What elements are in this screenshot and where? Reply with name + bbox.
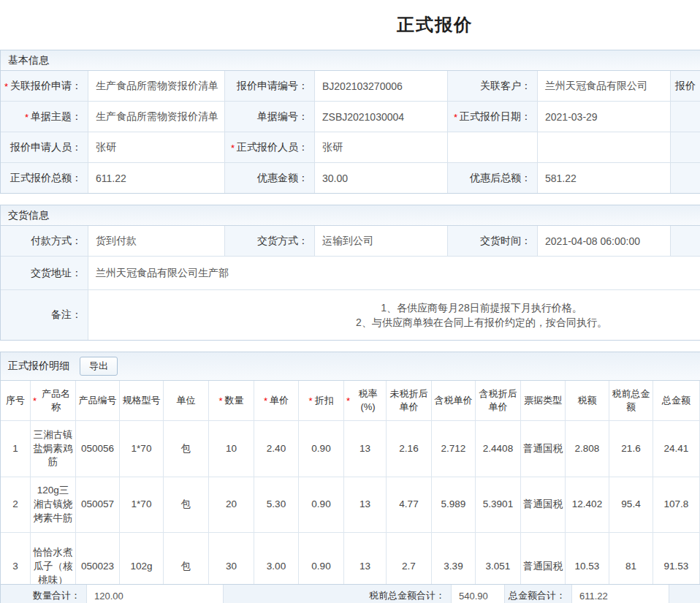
column-header-pretax-total: 税前总金额 <box>609 381 653 420</box>
table-cell: 普通国税 <box>521 421 566 477</box>
delivery-section-header: 交货信息 <box>1 205 700 226</box>
table-cell: 5.3901 <box>476 477 521 532</box>
column-header-qty: 数量 <box>209 381 254 420</box>
page-title-area: 正式报价 <box>0 0 700 50</box>
column-header-tax-amount: 税额 <box>566 381 609 420</box>
field-value: 兰州天冠食品有限公司生产部 <box>88 257 700 289</box>
summary-bar: 数量合计： 120.00 税前总金额合计： 540.90 总金额合计： 611.… <box>1 584 700 603</box>
empty-label-cell <box>671 226 700 256</box>
detail-table-header: 序号 产品名称 产品编号 规格型号 单位 数量 单价 折扣 税率(%) 未税折后… <box>1 381 700 420</box>
page-title: 正式报价 <box>397 13 473 37</box>
field-label: 关联客户： <box>448 71 538 101</box>
column-header-total: 总金额 <box>653 381 700 420</box>
grand-total-value: 611.22 <box>572 585 669 603</box>
column-header-pretax-discounted-price: 未税折后单价 <box>387 381 432 420</box>
column-header-taxed-price: 含税单价 <box>432 381 476 420</box>
basic-row-4: 正式报价总额： 611.22 优惠金额： 30.00 优惠后总额： 581.22 <box>1 162 700 193</box>
field-label: 正式报价日期： <box>448 102 538 132</box>
field-label: 报价申请人员： <box>1 132 88 162</box>
table-cell: 2.7 <box>387 533 432 584</box>
export-button[interactable]: 导出 <box>80 357 118 376</box>
basic-row-2: 单据主题： 生产食品所需物资报价清单 单据编号： ZSBJ2021030004 … <box>1 101 700 132</box>
column-header-invoice-type: 票据类型 <box>521 381 566 420</box>
table-cell: 5.989 <box>432 477 476 532</box>
table-cell: 3.39 <box>432 533 476 584</box>
field-label: 交货时间： <box>448 226 538 256</box>
table-cell: 107.8 <box>653 477 700 532</box>
quotation-page: 正式报价 基本信息 关联报价申请： 生产食品所需物资报价清单 报价申请编号： B… <box>0 0 700 603</box>
table-cell: 0.90 <box>299 533 344 584</box>
field-value: 运输到公司 <box>315 226 448 256</box>
field-label: 单据编号： <box>225 102 315 132</box>
table-cell: 1*70 <box>120 477 164 532</box>
field-label: 备注： <box>1 290 88 340</box>
field-value: 张研 <box>315 132 448 162</box>
detail-section-header: 正式报价明细 导出 <box>1 352 700 381</box>
pretax-total-value: 540.90 <box>452 585 505 603</box>
table-cell: 2 <box>1 477 31 532</box>
empty-cell <box>448 132 538 162</box>
field-value: 2021-03-29 <box>538 102 671 132</box>
column-header-unit-price: 单价 <box>254 381 299 420</box>
remark-line-1: 1、各供应商每月28日前提报下月执行价格。 <box>381 300 582 315</box>
section-quotation-detail: 正式报价明细 导出 序号 产品名称 产品编号 规格型号 单位 数量 单价 折扣 … <box>0 352 700 603</box>
field-value: 张研 <box>88 132 225 162</box>
table-cell: 0.90 <box>299 421 344 477</box>
field-label: 单据主题： <box>1 102 88 132</box>
detail-table-body: 1 三湘古镇 盐焗素鸡筋 050056 1*70 包 10 2.40 0.90 … <box>1 420 700 584</box>
field-label: 正式报价人员： <box>225 132 315 162</box>
field-label: 交货方式： <box>225 226 315 256</box>
field-value: 581.22 <box>538 163 671 193</box>
delivery-section-title: 交货信息 <box>8 209 49 222</box>
table-cell: 102g <box>120 533 164 584</box>
table-cell: 2.40 <box>254 421 299 477</box>
table-cell: 13 <box>344 533 387 584</box>
basic-section-header: 基本信息 <box>1 50 700 71</box>
suggest-label-clipped: 建议 <box>669 585 700 603</box>
table-cell: 4.77 <box>387 477 432 532</box>
table-cell: 3.051 <box>476 533 521 584</box>
table-cell: 13 <box>344 477 387 532</box>
table-cell: 95.4 <box>609 477 653 532</box>
field-value: BJ202103270006 <box>315 71 448 101</box>
table-cell: 050057 <box>76 477 120 532</box>
table-cell: 24.41 <box>653 421 700 477</box>
field-label: 优惠后总额： <box>448 163 538 193</box>
table-cell: 包 <box>164 421 209 477</box>
delivery-remark-row: 备注： 1、各供应商每月28日前提报下月执行价格。 2、与供应商单独在合同上有报… <box>1 289 700 340</box>
column-header-discount: 折扣 <box>299 381 344 420</box>
table-cell: 050023 <box>76 533 120 584</box>
empty-cell <box>538 132 671 162</box>
table-cell: 30 <box>209 533 254 584</box>
column-header-taxed-discounted-price: 含税折后单价 <box>476 381 521 420</box>
field-value: 2021-04-08 06:00:00 <box>538 226 671 256</box>
qty-total-value: 120.00 <box>87 585 224 603</box>
table-cell: 1*70 <box>120 421 164 477</box>
field-value: 兰州天冠食品有限公司 <box>538 71 671 101</box>
field-value: 生产食品所需物资报价清单 <box>88 102 225 132</box>
table-cell: 三湘古镇 盐焗素鸡筋 <box>31 421 76 477</box>
table-cell: 20 <box>209 477 254 532</box>
field-label <box>671 132 700 162</box>
basic-row-3: 报价申请人员： 张研 正式报价人员： 张研 <box>1 132 700 162</box>
field-value: 生产食品所需物资报价清单 <box>88 71 225 101</box>
basic-section-title: 基本信息 <box>8 54 49 67</box>
table-cell: 普通国税 <box>521 477 566 532</box>
table-cell: 3 <box>1 533 31 584</box>
table-row: 3 恰恰水煮瓜子（核桃味） 050023 102g 包 30 3.00 0.90… <box>1 532 700 584</box>
column-header-product-code: 产品编号 <box>76 381 120 420</box>
column-header-tax-rate: 税率(%) <box>344 381 387 420</box>
field-label: 报价申请编号： <box>225 71 315 101</box>
table-cell: 恰恰水煮瓜子（核桃味） <box>31 533 76 584</box>
field-label-clipped: 报价 <box>671 71 700 101</box>
basic-row-1: 关联报价申请： 生产食品所需物资报价清单 报价申请编号： BJ202103270… <box>1 71 700 101</box>
table-cell: 12.402 <box>566 477 609 532</box>
table-cell: 10.53 <box>566 533 609 584</box>
table-cell: 包 <box>164 477 209 532</box>
table-cell: 050056 <box>76 421 120 477</box>
field-label <box>671 163 700 193</box>
field-label: 付款方式： <box>1 226 88 256</box>
field-label <box>671 102 700 132</box>
table-cell: 13 <box>344 421 387 477</box>
field-value: 货到付款 <box>88 226 225 256</box>
